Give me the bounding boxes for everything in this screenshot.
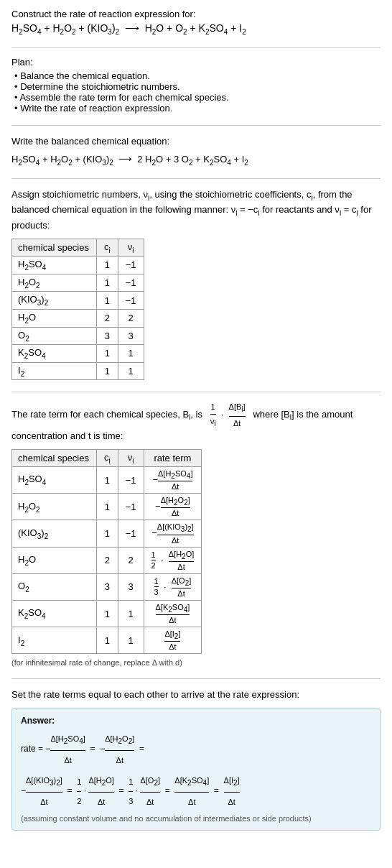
vi-kio3: −1: [118, 292, 144, 310]
divider-5: [11, 678, 381, 679]
species-h2o: H2O: [12, 309, 97, 327]
balanced-section: Write the balanced chemical equation: H2…: [11, 134, 381, 167]
stoich-col-vi: νi: [118, 239, 144, 257]
rt-species-o2: O2: [12, 573, 97, 600]
rt-ci-o2: 3: [97, 573, 118, 600]
plan-item-1: • Balance the chemical equation.: [14, 70, 381, 81]
delta-fraction: Δ[Bi] Δt: [229, 401, 246, 429]
table-row: H2O2 1 −1 −Δ[H2O2]Δt: [12, 494, 202, 520]
vi-h2so4: −1: [118, 257, 144, 274]
plan-item-4: • Write the rate of reaction expression.: [14, 103, 381, 114]
ci-i2: 1: [97, 362, 118, 380]
table-row: (KIO3)2 1 −1: [12, 292, 144, 310]
vi-h2o2: −1: [118, 274, 144, 292]
rt-col-species: chemical species: [12, 449, 97, 467]
original-reaction: H2SO4 + H2O2 + (KIO3)2 ⟶ H2O + O2 + K2SO…: [11, 22, 381, 36]
species-k2so4: K2SO4: [12, 345, 97, 363]
rt-species-h2o: H2O: [12, 547, 97, 573]
ci-h2o: 2: [97, 309, 118, 327]
table-row: H2O 2 2 12 · Δ[H2O]Δt: [12, 547, 202, 573]
rate-expression: rate = −Δ[H2SO4]Δt = −Δ[H2O2]Δt =: [21, 730, 371, 769]
rt-vi-o2: 3: [118, 573, 144, 600]
table-row: O2 3 3: [12, 327, 144, 345]
rt-rate-h2o2: −Δ[H2O2]Δt: [144, 494, 202, 520]
rate-term-paragraph: The rate term for each chemical species,…: [11, 401, 381, 443]
stoich-table: chemical species ci νi H2SO4 1 −1 H2O2 1…: [11, 239, 144, 381]
vi-k2so4: 1: [118, 345, 144, 363]
rt-col-vi: νi: [118, 449, 144, 467]
rate-fraction: 1 νi: [210, 401, 216, 429]
set-label: Set the rate terms equal to each other t…: [11, 688, 381, 702]
ci-h2o2: 1: [97, 274, 118, 292]
plan-section: Plan: • Balance the chemical equation. •…: [11, 57, 381, 114]
ci-k2so4: 1: [97, 345, 118, 363]
rt-vi-h2so4: −1: [118, 467, 144, 494]
rt-ci-i2: 1: [97, 627, 118, 654]
construct-label: Construct the rate of reaction expressio…: [11, 9, 381, 19]
rt-ci-h2o2: 1: [97, 494, 118, 520]
table-row: (KIO3)2 1 −1 −Δ[(KIO3)2]Δt: [12, 520, 202, 547]
rate-term-section: The rate term for each chemical species,…: [11, 401, 381, 667]
rt-species-kio3: (KIO3)2: [12, 520, 97, 547]
rt-vi-i2: 1: [118, 627, 144, 654]
plan-title: Plan:: [11, 57, 381, 68]
divider-3: [11, 178, 381, 179]
rt-species-h2so4: H2SO4: [12, 467, 97, 494]
divider-4: [11, 392, 381, 392]
table-row: K2SO4 1 1 Δ[K2SO4]Δt: [12, 601, 202, 627]
stoich-col-species: chemical species: [12, 239, 97, 257]
rt-col-rate: rate term: [144, 449, 202, 467]
rt-vi-k2so4: 1: [118, 601, 144, 627]
table-row: H2SO4 1 −1: [12, 257, 144, 274]
rt-rate-h2so4: −Δ[H2SO4]Δt: [144, 467, 202, 494]
rt-rate-i2: Δ[I2]Δt: [144, 627, 202, 654]
divider-2: [11, 125, 381, 126]
header-section: Construct the rate of reaction expressio…: [11, 9, 381, 36]
species-h2o2: H2O2: [12, 274, 97, 292]
rt-rate-h2o: 12 · Δ[H2O]Δt: [144, 547, 202, 573]
rt-species-k2so4: K2SO4: [12, 601, 97, 627]
table-row: K2SO4 1 1: [12, 345, 144, 363]
stoich-col-ci: ci: [97, 239, 118, 257]
table-row: H2O2 1 −1: [12, 274, 144, 292]
stoich-paragraph: Assign stoichiometric numbers, νi, using…: [11, 188, 381, 233]
table-row: O2 3 3 13 · Δ[O2]Δt: [12, 573, 202, 600]
table-row: I2 1 1 Δ[I2]Δt: [12, 627, 202, 654]
rt-species-h2o2: H2O2: [12, 494, 97, 520]
species-i2: I2: [12, 362, 97, 380]
ci-kio3: 1: [97, 292, 118, 310]
rt-vi-kio3: −1: [118, 520, 144, 547]
balanced-label: Write the balanced chemical equation:: [11, 134, 381, 149]
rt-rate-k2so4: Δ[K2SO4]Δt: [144, 601, 202, 627]
answer-note: (assuming constant volume and no accumul…: [21, 814, 371, 823]
ci-h2so4: 1: [97, 257, 118, 274]
species-kio3: (KIO3)2: [12, 292, 97, 310]
plan-item-2: • Determine the stoichiometric numbers.: [14, 81, 381, 92]
answer-label: Answer:: [21, 716, 371, 726]
rt-ci-k2so4: 1: [97, 601, 118, 627]
vi-i2: 1: [118, 362, 144, 380]
rt-ci-h2o: 2: [97, 547, 118, 573]
answer-section: Set the rate terms equal to each other t…: [11, 688, 381, 830]
rt-vi-h2o2: −1: [118, 494, 144, 520]
rt-species-i2: I2: [12, 627, 97, 654]
species-h2so4: H2SO4: [12, 257, 97, 274]
species-o2: O2: [12, 327, 97, 345]
rt-ci-kio3: 1: [97, 520, 118, 547]
rt-vi-h2o: 2: [118, 547, 144, 573]
rate-term-table: chemical species ci νi rate term H2SO4 1…: [11, 449, 202, 655]
table-row: H2O 2 2: [12, 309, 144, 327]
answer-box: Answer: rate = −Δ[H2SO4]Δt = −Δ[H2O2]Δt …: [11, 708, 381, 831]
rt-col-ci: ci: [97, 449, 118, 467]
rt-ci-h2so4: 1: [97, 467, 118, 494]
table-row: I2 1 1: [12, 362, 144, 380]
balanced-equation: H2SO4 + H2O2 + (KIO3)2 ⟶ 2 H2O + 3 O2 + …: [11, 154, 381, 167]
vi-h2o: 2: [118, 309, 144, 327]
ci-o2: 3: [97, 327, 118, 345]
rate-expression-2: −Δ[(KIO3)2]Δt = 12 · Δ[H2O]Δt = 13 · Δ[O…: [21, 772, 371, 811]
infinitesimal-note: (for infinitesimal rate of change, repla…: [11, 658, 381, 667]
rt-rate-o2: 13 · Δ[O2]Δt: [144, 573, 202, 600]
vi-o2: 3: [118, 327, 144, 345]
stoich-section: Assign stoichiometric numbers, νi, using…: [11, 188, 381, 380]
plan-item-3: • Assemble the rate term for each chemic…: [14, 92, 381, 103]
